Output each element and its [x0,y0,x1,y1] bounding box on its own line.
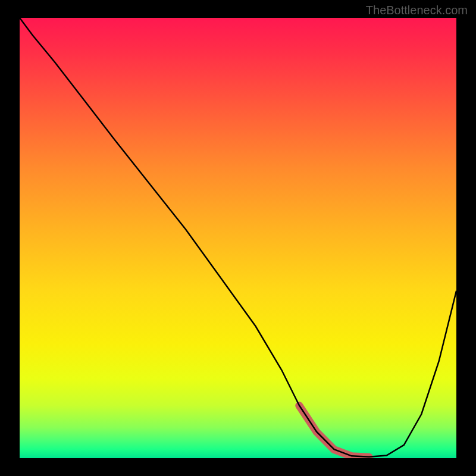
chart-curve [20,18,456,457]
watermark-text: TheBottleneck.com [366,4,468,17]
chart-plot-area [20,18,456,458]
chart-svg [20,18,456,458]
